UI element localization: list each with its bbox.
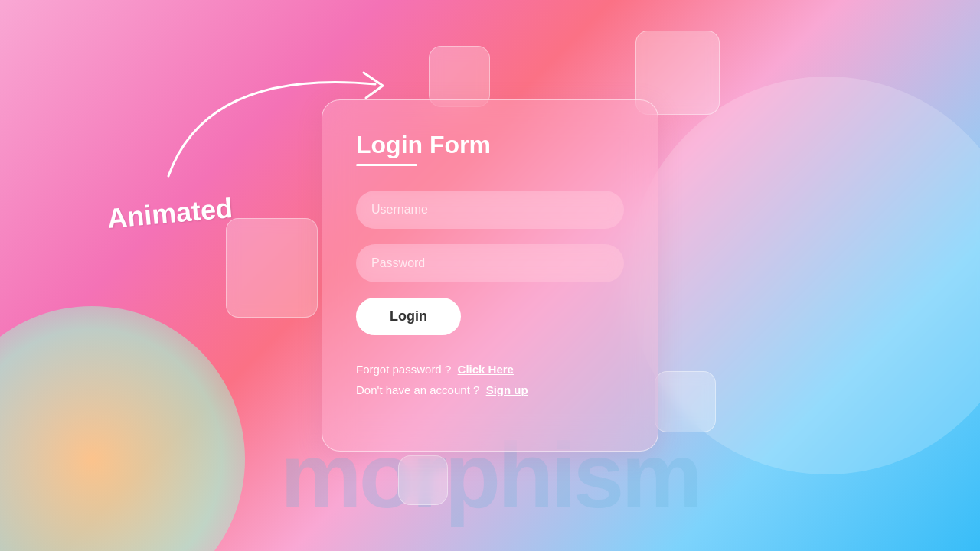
glass-square-4 <box>655 371 716 432</box>
password-input[interactable] <box>356 244 624 282</box>
signup-text: Don't have an account ? <box>356 383 479 396</box>
forgot-password-text: Forgot password ? <box>356 363 451 376</box>
form-links: Forgot password ? Click Here Don't have … <box>356 363 624 396</box>
animated-label: Animated <box>106 192 234 235</box>
forgot-password-link[interactable]: Click Here <box>458 363 514 376</box>
glass-square-5 <box>398 455 448 505</box>
username-input[interactable] <box>356 191 624 229</box>
forgot-password-row: Forgot password ? Click Here <box>356 363 624 376</box>
title-underline <box>356 164 417 166</box>
signup-row: Don't have an account ? Sign up <box>356 383 624 396</box>
login-card: Login Form Login Forgot password ? Click… <box>322 99 658 452</box>
form-title: Login Form <box>356 131 624 159</box>
login-button[interactable]: Login <box>356 298 461 335</box>
signup-link[interactable]: Sign up <box>486 383 528 396</box>
